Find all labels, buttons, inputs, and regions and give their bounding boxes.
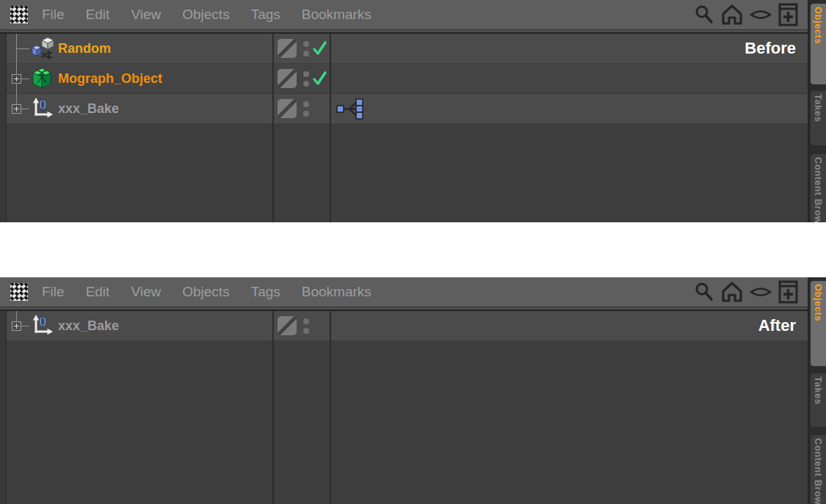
panel-left-border — [0, 34, 7, 222]
null-axis-icon[interactable]: 0 — [30, 314, 55, 337]
render-visibility-dot[interactable] — [303, 81, 309, 87]
object-list: 0 xxx_Bake After — [0, 311, 808, 504]
render-visibility-dot[interactable] — [303, 111, 309, 117]
svg-text:0: 0 — [39, 314, 47, 329]
tab-objects[interactable]: Objects — [811, 4, 826, 84]
object-row-xxx-bake[interactable]: 0 xxx_Bake — [0, 94, 808, 124]
column-divider — [272, 311, 274, 504]
visibility-dots — [303, 41, 309, 56]
add-panel-icon[interactable] — [778, 3, 799, 26]
object-row-xxx-bake[interactable]: 0 xxx_Bake After — [0, 311, 808, 341]
layer-swatch[interactable] — [278, 69, 297, 88]
visibility-dots — [303, 318, 309, 334]
editor-visibility-dot[interactable] — [303, 41, 309, 47]
menu-edit[interactable]: Edit — [86, 7, 110, 23]
panel-left-border — [0, 311, 7, 504]
menu-bookmarks[interactable]: Bookmarks — [302, 284, 372, 300]
menu-bar: File Edit View Objects Tags Bookmarks — [0, 277, 808, 307]
object-manager-after: File Edit View Objects Tags Bookmarks — [0, 277, 826, 504]
grip-icon[interactable] — [10, 283, 28, 301]
state-label-after: After — [758, 316, 796, 335]
tab-content-browser[interactable]: Content Browser — [811, 435, 826, 504]
menu-items: File Edit View Objects Tags Bookmarks — [42, 284, 372, 300]
object-list: Random Before — [0, 34, 808, 222]
menu-tags[interactable]: Tags — [251, 7, 280, 23]
panel-gap — [0, 222, 826, 277]
null-axis-icon[interactable]: 0 — [30, 97, 55, 120]
menu-bar: File Edit View Objects Tags Bookmarks — [0, 0, 808, 29]
menu-objects[interactable]: Objects — [182, 7, 229, 23]
enabled-check-icon[interactable] — [311, 70, 327, 87]
panel-tab-sidebar: Objects Takes Content Browser — [808, 0, 826, 222]
object-manager-before: File Edit View Objects Tags Bookmarks — [0, 0, 826, 222]
search-icon[interactable] — [693, 4, 715, 26]
tags-cell — [330, 64, 808, 93]
menu-view[interactable]: View — [131, 7, 161, 23]
expand-toggle[interactable] — [12, 321, 21, 331]
menu-objects[interactable]: Objects — [182, 284, 229, 300]
tags-cell: Before — [330, 34, 808, 63]
tree-line — [21, 109, 29, 109]
add-panel-icon[interactable] — [778, 280, 799, 304]
editor-visibility-dot[interactable] — [303, 318, 309, 324]
visibility-dots — [303, 71, 309, 87]
visibility-cell — [272, 94, 330, 123]
object-name[interactable]: Mograph_Object — [58, 71, 162, 87]
menu-file[interactable]: File — [42, 7, 65, 23]
menu-tags[interactable]: Tags — [251, 284, 280, 300]
tab-content-browser[interactable]: Content Browser — [811, 154, 826, 222]
name-cell: Random — [0, 34, 272, 63]
home-icon[interactable] — [721, 4, 743, 26]
object-name[interactable]: Random — [58, 41, 111, 56]
state-label-before: Before — [745, 39, 796, 58]
visibility-dots — [303, 101, 309, 117]
editor-visibility-dot[interactable] — [303, 71, 309, 77]
menu-bookmarks[interactable]: Bookmarks — [302, 7, 372, 23]
name-cell: Mograph_Object — [0, 64, 272, 93]
column-divider — [272, 34, 274, 222]
xpresso-tag-icon[interactable] — [336, 98, 365, 120]
screenshot-stage: File Edit View Objects Tags Bookmarks — [0, 0, 826, 504]
eye-icon[interactable] — [749, 6, 772, 23]
column-divider — [330, 34, 331, 222]
column-divider — [330, 311, 331, 504]
eye-icon[interactable] — [749, 283, 772, 301]
grip-icon[interactable] — [10, 6, 28, 23]
layer-swatch[interactable] — [278, 39, 297, 58]
toolbar — [693, 3, 808, 26]
editor-visibility-dot[interactable] — [303, 101, 309, 107]
tab-takes[interactable]: Takes — [811, 91, 826, 145]
object-row-random[interactable]: Random Before — [0, 34, 808, 64]
layer-swatch[interactable] — [278, 99, 297, 118]
render-visibility-dot[interactable] — [303, 51, 309, 56]
visibility-cell — [272, 64, 330, 93]
expand-toggle[interactable] — [12, 74, 21, 84]
object-name[interactable]: xxx_Bake — [58, 101, 119, 117]
menu-file[interactable]: File — [42, 284, 65, 300]
random-effector-icon[interactable] — [30, 37, 57, 60]
name-cell: 0 xxx_Bake — [0, 94, 272, 123]
fracture-object-icon[interactable] — [30, 67, 54, 90]
tree-line — [21, 326, 29, 326]
tab-takes[interactable]: Takes — [811, 373, 826, 427]
search-icon[interactable] — [693, 281, 715, 303]
render-visibility-dot[interactable] — [303, 328, 309, 334]
menu-items: File Edit View Objects Tags Bookmarks — [42, 7, 372, 23]
enabled-check-icon[interactable] — [311, 40, 327, 56]
menu-edit[interactable]: Edit — [86, 284, 110, 300]
tree-line — [17, 48, 29, 49]
toolbar — [693, 280, 808, 304]
home-icon[interactable] — [721, 281, 743, 303]
object-row-mograph-object[interactable]: Mograph_Object — [0, 64, 808, 94]
menu-view[interactable]: View — [131, 284, 161, 300]
visibility-cell — [272, 34, 330, 63]
tags-cell — [330, 94, 808, 123]
panel-tab-sidebar: Objects Takes Content Browser — [808, 277, 826, 504]
object-name[interactable]: xxx_Bake — [58, 318, 119, 334]
tags-cell: After — [330, 311, 808, 340]
tree-line — [21, 78, 29, 79]
tab-objects[interactable]: Objects — [811, 281, 826, 366]
expand-toggle[interactable] — [12, 104, 21, 114]
layer-swatch[interactable] — [278, 316, 297, 335]
svg-text:0: 0 — [39, 97, 47, 112]
